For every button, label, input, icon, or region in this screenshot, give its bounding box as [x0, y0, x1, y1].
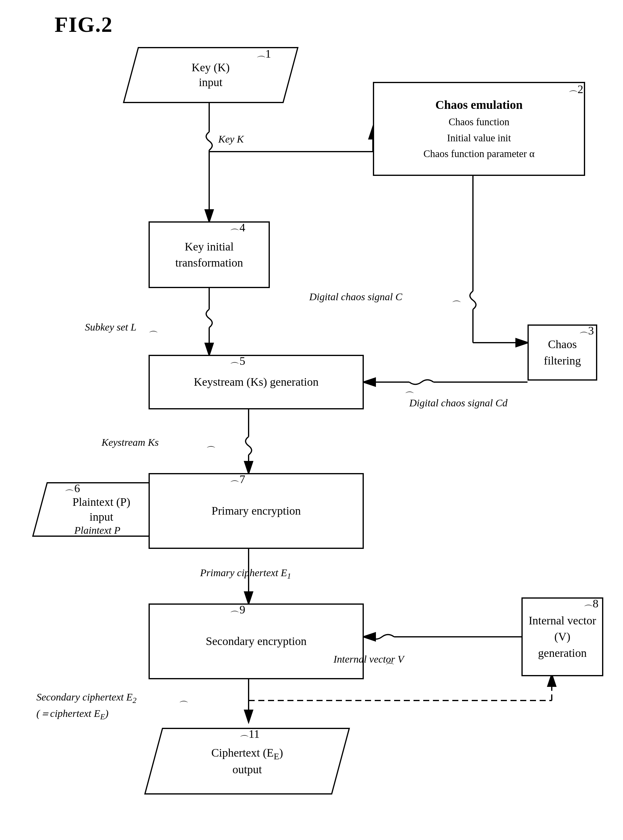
ref-1-tick: ⌒: [255, 54, 264, 67]
figure-title: FIG.2: [55, 12, 113, 37]
ref-8-tick: ⌒: [583, 603, 593, 616]
subkey-set-tick: ⌒: [149, 329, 158, 342]
ref-1: 1: [265, 47, 271, 60]
keystream-ks-label: Keystream Ks: [101, 437, 159, 448]
key-k-label: Key K: [218, 134, 244, 145]
ref-5-tick: ⌒: [230, 360, 239, 373]
ciphertext-output-label: Ciphertext (EE)output: [211, 745, 283, 777]
digital-chaos-cd-tick: ⌒: [405, 390, 414, 403]
ref-2: 2: [577, 83, 583, 96]
keystream-generation-label: Keystream (Ks) generation: [194, 374, 319, 390]
ref-7-tick: ⌒: [230, 479, 239, 492]
ref-5: 5: [239, 354, 245, 367]
internal-vector-label: Internal vector (V)generation: [523, 613, 602, 661]
plaintext-p-label: Plaintext P: [74, 525, 120, 536]
chaos-emulation-label: Chaos emulation: [435, 96, 523, 114]
ref-4-tick: ⌒: [230, 227, 239, 240]
secondary-ciphertext-label: Secondary ciphertext E2: [36, 691, 137, 705]
secondary-encryption-box: Secondary encryption: [149, 604, 364, 679]
plaintext-input-label: Plaintext (P) input: [72, 494, 130, 525]
primary-encryption-label: Primary encryption: [212, 503, 301, 519]
digital-chaos-cd-label: Digital chaos signal Cd: [409, 397, 508, 409]
digital-chaos-c-label: Digital chaos signal C: [309, 291, 402, 303]
ref-9-tick: ⌒: [230, 609, 239, 622]
ref-4: 4: [239, 221, 245, 234]
secondary-ciphertext-sub-label: (＝ciphertext EE): [36, 706, 109, 722]
ref-2-tick: ⌒: [568, 89, 578, 102]
ref-11-tick: ⌒: [239, 733, 249, 746]
key-initial-transformation-box: Key initialtransformation: [149, 221, 270, 288]
ref-8: 8: [593, 597, 598, 610]
chaos-emulation-box: Chaos emulation Chaos function Initial v…: [373, 82, 585, 176]
internal-vector-tick: ⌒: [385, 661, 395, 674]
primary-ciphertext-label: Primary ciphertext E1: [200, 567, 291, 581]
ref-3: 3: [588, 324, 594, 337]
keystream-generation-box: Keystream (Ks) generation: [149, 355, 364, 409]
secondary-ciphertext-tick: ⌒: [179, 699, 189, 713]
chaos-emulation-details: Chaos function Initial value init Chaos …: [424, 114, 534, 162]
subkey-set-label: Subkey set L: [85, 321, 137, 333]
key-input-box: Key (K) input: [123, 47, 299, 103]
ref-6: 6: [74, 482, 80, 495]
ref-9: 9: [239, 603, 245, 616]
keystream-ks-tick: ⌒: [206, 444, 216, 458]
ref-3-tick: ⌒: [579, 330, 589, 343]
primary-encryption-box: Primary encryption: [149, 473, 364, 549]
secondary-encryption-label: Secondary encryption: [206, 633, 307, 649]
ref-6-tick: ⌒: [64, 488, 74, 501]
digital-chaos-c-tick: ⌒: [452, 299, 462, 312]
key-input-label: Key (K) input: [192, 60, 230, 90]
ref-11: 11: [249, 727, 260, 740]
ref-7: 7: [239, 473, 245, 486]
key-initial-transformation-label: Key initialtransformation: [175, 239, 243, 271]
